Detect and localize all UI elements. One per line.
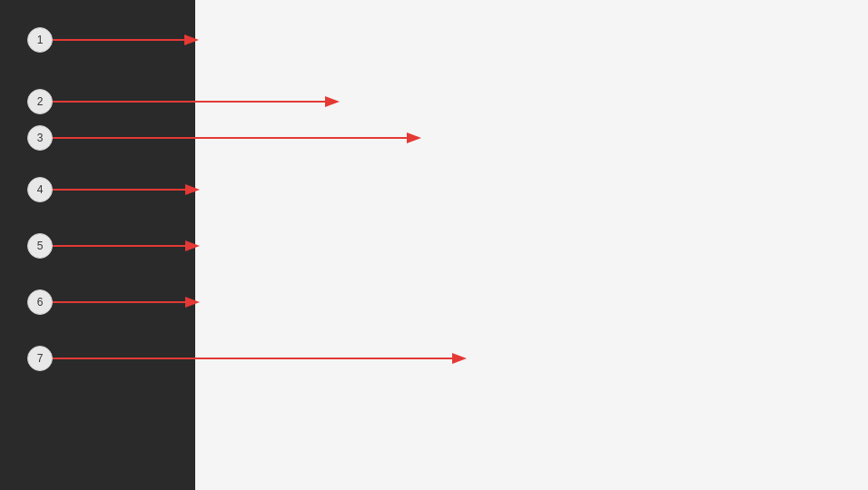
app-container: ≡ Android CI Enter a branch name. aosp-m… [0, 0, 868, 490]
sidebar [0, 0, 195, 490]
